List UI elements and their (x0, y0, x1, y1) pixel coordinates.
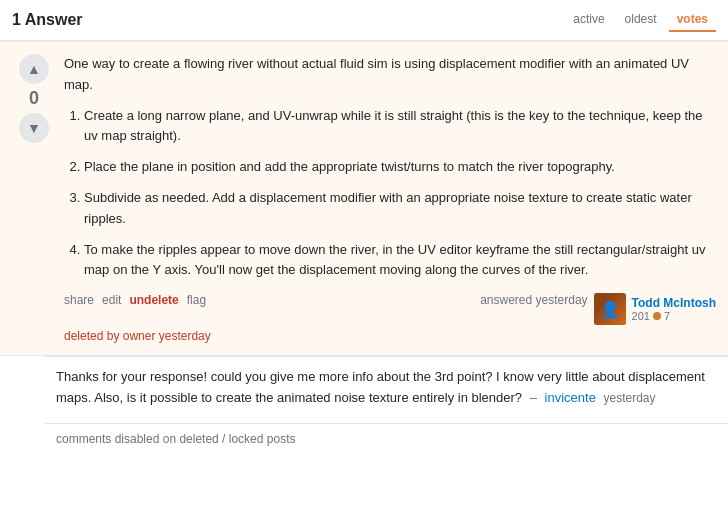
answer-block: ▲ 0 ▼ One way to create a flowing river … (0, 41, 728, 356)
answer-body: One way to create a flowing river withou… (56, 54, 716, 343)
tab-votes[interactable]: votes (669, 8, 716, 32)
user-card: 👤 Todd McIntosh 201 7 (594, 293, 716, 325)
avatar-face: 👤 (594, 293, 626, 325)
undelete-link[interactable]: undelete (129, 293, 178, 307)
comment-author[interactable]: invicente (545, 390, 596, 405)
page-header: 1 Answer active oldest votes (0, 0, 728, 41)
vote-count: 0 (29, 86, 39, 111)
comment-timestamp: yesterday (604, 391, 656, 405)
deleted-notice: deleted by owner yesterday (64, 329, 716, 343)
user-reputation: 201 7 (632, 310, 716, 322)
step-4: To make the ripples appear to move down … (84, 240, 716, 282)
comment-text: Thanks for your response! could you give… (56, 367, 716, 409)
user-info: Todd McIntosh 201 7 (632, 296, 716, 322)
step-3: Subdivide as needed. Add a displacement … (84, 188, 716, 230)
rep-value: 201 (632, 310, 650, 322)
answered-label: answered yesterday (480, 293, 587, 307)
answer-intro: One way to create a flowing river withou… (64, 54, 716, 96)
answer-text: One way to create a flowing river withou… (64, 54, 716, 281)
answer-meta: share edit undelete flag answered yester… (64, 293, 716, 325)
step-2: Place the plane in position and add the … (84, 157, 716, 178)
flag-link[interactable]: flag (187, 293, 206, 307)
user-name[interactable]: Todd McIntosh (632, 296, 716, 310)
bronze-badge-icon (653, 312, 661, 320)
comments-disabled-notice: comments disabled on deleted / locked po… (44, 423, 728, 454)
comment-dash: – (530, 390, 537, 405)
tab-oldest[interactable]: oldest (617, 8, 665, 32)
comment-section: Thanks for your response! could you give… (44, 356, 728, 423)
answer-steps: Create a long narrow plane, and UV-unwra… (84, 106, 716, 282)
sort-tabs: active oldest votes (565, 8, 716, 32)
edit-link[interactable]: edit (102, 293, 121, 307)
step-1: Create a long narrow plane, and UV-unwra… (84, 106, 716, 148)
answer-actions: share edit undelete flag (64, 293, 206, 307)
vote-column: ▲ 0 ▼ (12, 54, 56, 343)
answered-by-section: answered yesterday 👤 Todd McIntosh 201 7 (480, 293, 716, 325)
bronze-count: 7 (664, 310, 670, 322)
answer-count: 1 Answer (12, 11, 565, 29)
user-avatar: 👤 (594, 293, 626, 325)
tab-active[interactable]: active (565, 8, 612, 32)
upvote-button[interactable]: ▲ (19, 54, 49, 84)
downvote-button[interactable]: ▼ (19, 113, 49, 143)
share-link[interactable]: share (64, 293, 94, 307)
